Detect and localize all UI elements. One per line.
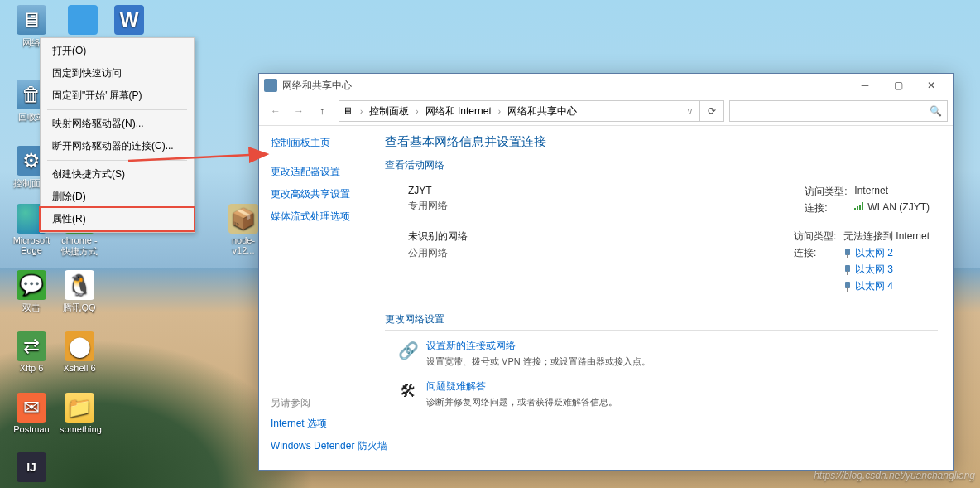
minimize-button[interactable]: ─	[848, 74, 882, 97]
section-active-networks: 查看活动网络	[385, 158, 938, 176]
vscode-icon	[68, 5, 98, 35]
desktop-icon-qq[interactable]: 🐧腾讯QQ	[60, 270, 99, 314]
footer-internet-options[interactable]: Internet 选项	[271, 417, 387, 431]
bc-icon: 🖥	[343, 105, 353, 117]
wechat-icon: 💬	[17, 270, 46, 300]
ctx-properties[interactable]: 属性(R)	[39, 206, 195, 232]
ctx-disconnect[interactable]: 断开网络驱动器的连接(C)...	[41, 135, 194, 157]
watermark: https://blog.csdn.net/yuanchangliang	[814, 470, 975, 481]
icon-label: chrome - 快捷方式	[61, 235, 98, 256]
ctx-sep	[47, 109, 187, 110]
page-heading: 查看基本网络信息并设置连接	[385, 134, 938, 150]
refresh-button[interactable]: ⟳	[700, 100, 724, 122]
ctx-delete[interactable]: 删除(D)	[41, 186, 194, 208]
icon-label: Xshell 6	[63, 363, 95, 373]
bc-control-panel[interactable]: 控制面板	[367, 103, 411, 120]
ctx-map-drive[interactable]: 映射网络驱动器(N)...	[41, 113, 194, 135]
icon-label: something	[60, 424, 102, 434]
sidebar-home[interactable]: 控制面板主页	[271, 136, 377, 150]
net1-conn-lbl: 连接:	[805, 201, 854, 215]
titlebar[interactable]: 网络和共享中心 ─ ▢ ✕	[259, 74, 953, 97]
breadcrumb[interactable]: 🖥 › 控制面板 › 网络和 Internet › 网络和共享中心 v	[339, 100, 700, 122]
net2-conn-lbl: 连接:	[794, 246, 843, 260]
sidebar-media[interactable]: 媒体流式处理选项	[271, 210, 377, 224]
desktop-icon-vscode[interactable]	[63, 5, 103, 36]
network-sharing-window: 网络和共享中心 ─ ▢ ✕ ← → ↑ 🖥 › 控制面板 › 网络和 Inter…	[258, 73, 954, 471]
qq-icon: 🐧	[65, 270, 94, 300]
net2-access-val: 无法连接到 Internet	[843, 230, 930, 244]
intellij-icon: IJ	[17, 452, 46, 482]
network-icon: 🖥	[17, 5, 46, 35]
ctx-pin-start[interactable]: 固定到"开始"屏幕(P)	[41, 85, 194, 107]
up-button[interactable]: ↑	[310, 99, 334, 123]
back-button[interactable]: ←	[264, 99, 287, 123]
ethernet-icon	[843, 265, 852, 275]
content-area: 查看基本网络信息并设置连接 查看活动网络 ZJYT 专用网络 访问类型:Inte…	[377, 126, 953, 470]
search-icon: 🔍	[930, 105, 942, 117]
forward-button[interactable]: →	[287, 99, 310, 123]
troubleshoot-icon: 🛠	[396, 379, 420, 403]
search-input[interactable]: 🔍	[729, 100, 948, 122]
net1-type: 专用网络	[408, 199, 590, 213]
sidebar-adapter[interactable]: 更改适配器设置	[271, 165, 377, 179]
setup-connection-icon: 🔗	[396, 339, 420, 362]
icon-label: node-v12...	[232, 235, 255, 255]
bc-sharing-center[interactable]: 网络和共享中心	[505, 103, 579, 120]
desktop-icon-wechat[interactable]: 💬双击	[12, 270, 51, 314]
sidebar-sharing[interactable]: 更改高级共享设置	[271, 187, 377, 201]
icon-label: 腾讯QQ	[63, 302, 95, 312]
icon-label: 双击	[22, 302, 41, 312]
folder-icon: 📁	[65, 393, 94, 423]
icon-label: Xftp 6	[20, 363, 44, 373]
chevron-down-icon[interactable]: v	[684, 107, 696, 116]
desktop-icon-postman[interactable]: ✉Postman	[12, 393, 51, 434]
close-button[interactable]: ✕	[915, 74, 948, 97]
eth2-link[interactable]: 以太网 2	[855, 247, 893, 258]
desktop-icon-something[interactable]: 📁something	[60, 393, 99, 434]
see-also-label: 另请参阅	[271, 396, 387, 410]
xftp-icon: ⇄	[17, 331, 46, 361]
ctx-pin-quick[interactable]: 固定到快速访问	[41, 62, 194, 85]
xshell-icon: ⬤	[65, 331, 94, 361]
wifi-signal-icon	[854, 202, 865, 210]
setup-connection-link[interactable]: 设置新的连接或网络	[426, 339, 651, 353]
eth3-link[interactable]: 以太网 3	[855, 263, 893, 275]
maximize-button[interactable]: ▢	[882, 74, 915, 97]
ctx-sep	[47, 160, 187, 161]
section-change-settings: 更改网络设置	[385, 312, 938, 331]
context-menu: 打开(O) 固定到快速访问 固定到"开始"屏幕(P) 映射网络驱动器(N)...…	[40, 37, 195, 233]
node-icon: 📦	[228, 204, 258, 234]
desktop-icon-intellij[interactable]: IJ	[12, 452, 51, 484]
net2-type: 公用网络	[408, 246, 590, 260]
postman-icon: ✉	[17, 393, 46, 423]
chevron-icon: ›	[411, 107, 422, 116]
ctx-open[interactable]: 打开(O)	[41, 40, 194, 62]
troubleshoot-link[interactable]: 问题疑难解答	[426, 379, 617, 394]
footer-defender[interactable]: Windows Defender 防火墙	[271, 439, 387, 453]
desktop-icon-node[interactable]: 📦node-v12...	[223, 204, 263, 255]
sidebar: 控制面板主页 更改适配器设置 更改高级共享设置 媒体流式处理选项 另请参阅 In…	[259, 126, 377, 470]
window-title: 网络和共享中心	[282, 79, 352, 93]
icon-label: Microsoft Edge	[13, 235, 50, 255]
ethernet-icon	[843, 249, 852, 258]
setup-connection-desc: 设置宽带、拨号或 VPN 连接；或设置路由器或接入点。	[426, 355, 651, 368]
troubleshoot-desc: 诊断并修复网络问题，或者获得疑难解答信息。	[426, 396, 617, 408]
app-icon	[264, 79, 277, 92]
desktop-icon-wps[interactable]: W	[109, 5, 149, 36]
net2-access-lbl: 访问类型:	[794, 230, 843, 244]
net1-access-lbl: 访问类型:	[805, 185, 854, 199]
nav-row: ← → ↑ 🖥 › 控制面板 › 网络和 Internet › 网络和共享中心 …	[259, 97, 953, 126]
ethernet-icon	[843, 282, 852, 292]
net1-conn-link[interactable]: WLAN (ZJYT)	[854, 201, 930, 215]
wps-icon: W	[114, 5, 144, 35]
net1-access-val: Internet	[854, 185, 888, 199]
icon-label: 网络	[22, 37, 41, 47]
bc-network-internet[interactable]: 网络和 Internet	[423, 103, 494, 120]
net1-name: ZJYT	[408, 185, 590, 196]
desktop-icon-xftp[interactable]: ⇄Xftp 6	[12, 331, 51, 373]
ctx-shortcut[interactable]: 创建快捷方式(S)	[41, 163, 194, 186]
desktop-icon-xshell[interactable]: ⬤Xshell 6	[60, 331, 99, 373]
eth4-link[interactable]: 以太网 4	[855, 280, 893, 292]
chevron-icon: ›	[356, 107, 367, 116]
chevron-icon: ›	[494, 107, 505, 116]
